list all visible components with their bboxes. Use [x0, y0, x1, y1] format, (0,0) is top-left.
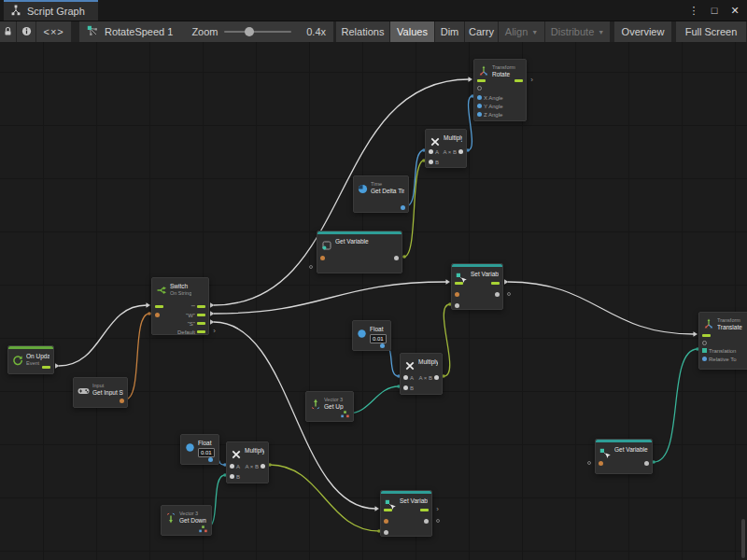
overview-button[interactable]: Overview — [614, 21, 672, 42]
graph-ref-label[interactable]: RotateSpeed 1 — [105, 26, 173, 37]
port-value[interactable]: A × B — [245, 463, 265, 469]
port-value[interactable] — [702, 340, 707, 346]
port-flow[interactable] — [155, 303, 163, 310]
node-header: SwitchOn String — [152, 278, 208, 300]
port-flow[interactable]: "" — [191, 303, 205, 310]
port-value[interactable]: A — [230, 463, 240, 469]
port-value[interactable] — [424, 518, 429, 525]
code-view-button[interactable]: <×> — [36, 21, 72, 42]
port-value[interactable] — [380, 343, 385, 349]
value-port-icon — [429, 149, 433, 154]
port-flow[interactable] — [702, 332, 711, 339]
port-value[interactable] — [384, 518, 388, 525]
port-value[interactable] — [199, 526, 207, 533]
port-flow[interactable] — [477, 77, 486, 84]
port-value[interactable] — [384, 529, 388, 536]
port-value[interactable] — [341, 412, 349, 418]
full-screen-button[interactable]: Full Screen — [676, 21, 747, 42]
port-value[interactable]: A × B — [443, 148, 463, 155]
port-label: X Angle — [484, 95, 503, 101]
port-value[interactable]: A × B — [418, 374, 439, 381]
port-flow[interactable] — [455, 280, 463, 287]
node-rotate[interactable]: TransformRotate›X AngleY AngleZ Angle — [473, 59, 527, 121]
port-flow[interactable] — [384, 507, 392, 513]
port-flow[interactable] — [491, 280, 500, 287]
port-label: A × B — [245, 464, 259, 469]
port-flow[interactable] — [420, 507, 429, 513]
node-float-bottom[interactable]: Float0.01 — [180, 434, 219, 465]
node-multiply-bottom[interactable]: MultiplyAA × BB — [226, 441, 269, 483]
port-flow[interactable] — [42, 364, 50, 371]
values-button[interactable]: Values — [390, 21, 435, 42]
port-value[interactable]: A — [403, 374, 414, 381]
port-value[interactable]: Z Angle — [477, 111, 502, 118]
port-flow[interactable] — [514, 77, 523, 84]
node-on-update[interactable]: On UpdateEvent — [7, 345, 54, 374]
node-get-down[interactable]: Vector 3Get Down — [161, 505, 212, 536]
port-value[interactable] — [394, 255, 399, 261]
port-value[interactable]: B — [403, 385, 414, 391]
lock-button[interactable] — [0, 21, 17, 42]
node-get-input-string[interactable]: InputGet Input String — [73, 377, 128, 408]
node-get-variable-right[interactable]: Get Variable — [595, 439, 653, 474]
node-titles: TimeGet Delta Time — [371, 181, 404, 194]
value-port-icon — [455, 292, 459, 297]
port-value[interactable] — [495, 291, 500, 298]
port-flow[interactable]: Default — [177, 329, 205, 335]
node-titles: TransformTranslate — [717, 317, 742, 330]
port-value[interactable] — [320, 255, 325, 261]
port-value[interactable]: B — [429, 159, 439, 165]
dim-button[interactable]: Dim — [435, 21, 465, 42]
node-get-up[interactable]: Vector 3Get Up — [305, 391, 354, 422]
port-value[interactable] — [120, 398, 124, 404]
node-set-variable-mid[interactable]: Set Variable — [451, 263, 503, 310]
toolbar: <×> RotateSpeed 1 Zoom 0.4x RelationsVal… — [0, 21, 747, 42]
port-value[interactable]: B — [230, 473, 240, 480]
value-port-icon — [403, 375, 408, 380]
vertical-scrollbar[interactable] — [741, 519, 745, 558]
node-multiply-mid[interactable]: MultiplyAA × BB — [400, 353, 443, 395]
port-value[interactable] — [155, 312, 160, 318]
tab-script-graph[interactable]: Script Graph — [4, 0, 98, 21]
port-value[interactable]: Translation — [702, 347, 736, 354]
carry-button[interactable]: Carry — [465, 21, 499, 42]
node-float-top[interactable]: Float0.01 — [352, 320, 391, 351]
node-category: Transform — [492, 64, 515, 71]
port-label: A — [435, 149, 439, 155]
port-value[interactable]: Y Angle — [477, 103, 503, 109]
port-label: B — [410, 385, 414, 391]
port-flow[interactable]: "S" — [188, 320, 205, 327]
port-value[interactable]: Relative To — [702, 356, 737, 362]
node-get-variable-rotatespeed[interactable]: Get Variable — [317, 231, 402, 273]
maximize-icon[interactable]: □ — [706, 2, 723, 19]
node-category: Time — [371, 181, 404, 188]
menu-icon[interactable]: ⋮ — [685, 2, 702, 19]
port-flow[interactable]: "W" — [186, 312, 205, 318]
port-value[interactable] — [455, 291, 459, 298]
port-nub — [507, 292, 511, 296]
port-value[interactable]: X Angle — [477, 94, 503, 101]
node-switch-on-string[interactable]: SwitchOn String"""W""S"Default› — [151, 277, 209, 335]
zoom-slider-handle[interactable] — [245, 27, 254, 36]
port-value[interactable] — [455, 302, 459, 309]
port-value[interactable] — [477, 85, 482, 91]
graph-icon — [10, 5, 21, 18]
value-port-icon — [384, 519, 388, 524]
node-get-delta-time[interactable]: TimeGet Delta Time — [353, 175, 409, 213]
node-multiply-top[interactable]: MultiplyAA × BB — [425, 129, 467, 168]
port-value[interactable] — [208, 456, 213, 463]
port-value[interactable] — [599, 460, 603, 467]
port-value[interactable] — [644, 460, 649, 467]
zoom-slider[interactable] — [224, 31, 292, 33]
relations-button[interactable]: Relations — [336, 21, 390, 42]
node-set-variable-bottom[interactable]: Set Variable› — [380, 490, 432, 537]
port-value[interactable] — [401, 204, 405, 211]
value-port-icon — [230, 464, 234, 469]
node-translate[interactable]: TransformTranslateTranslationRelative To — [698, 312, 747, 370]
close-icon[interactable]: ✕ — [726, 2, 743, 19]
graph-canvas[interactable]: On UpdateEventInputGet Input StringSwitc… — [0, 42, 747, 560]
port-value[interactable]: A — [429, 148, 439, 155]
info-button[interactable] — [17, 21, 36, 42]
values-label: Values — [397, 26, 428, 37]
node-title: Float — [370, 326, 387, 333]
